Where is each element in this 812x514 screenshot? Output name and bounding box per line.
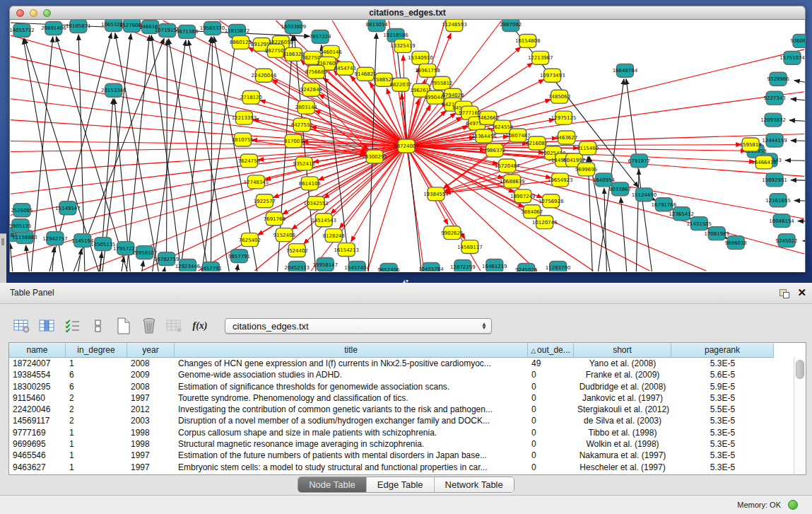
table-cell[interactable]: 1998 [127, 438, 175, 450]
graph-node[interactable]: 9115460 [577, 141, 599, 155]
table-cell[interactable]: 49 [528, 358, 574, 369]
graph-node[interactable]: 7691768 [264, 212, 286, 226]
table-cell[interactable]: 2009 [127, 369, 175, 380]
graph-node[interactable]: 15340910 [408, 51, 433, 64]
table-cell[interactable]: 0 [528, 392, 574, 404]
graph-node[interactable]: 21364456 [471, 129, 497, 143]
show-column-icon[interactable] [37, 316, 58, 336]
graph-node[interactable]: 16648784 [613, 64, 638, 77]
close-window-icon[interactable] [16, 9, 24, 17]
table-cell[interactable]: 0 [528, 462, 574, 473]
column-header-year[interactable]: year [127, 343, 175, 358]
close-panel-icon[interactable]: ✕ [797, 286, 806, 299]
table-cell[interactable]: 2 [66, 392, 127, 404]
collapsed-panel-handle[interactable] [0, 233, 6, 284]
table-cell[interactable]: 9463627 [9, 462, 66, 473]
zoom-window-icon[interactable] [43, 9, 51, 17]
table-cell[interactable]: 1997 [127, 392, 175, 404]
column-header-in_degree[interactable]: in_degree [66, 343, 127, 358]
graph-node[interactable]: 7857224 [310, 30, 332, 43]
float-panel-icon[interactable] [779, 289, 789, 298]
table-cell[interactable]: 5.3E-5 [671, 358, 774, 369]
graph-node[interactable]: 7625402 [239, 233, 261, 247]
table-cell[interactable]: Dudbridge et al. (2008) [574, 381, 671, 392]
graph-node[interactable]: 8427552 [291, 118, 313, 132]
tab-edge-table[interactable]: Edge Table [367, 477, 435, 492]
table-cell[interactable]: 1 [66, 427, 127, 438]
table-selector-dropdown[interactable]: citations_edges.txt ▲▼ [225, 318, 492, 334]
table-cell[interactable]: 18724007 [9, 358, 66, 369]
network-canvas[interactable]: 1872400714055712206914061818587110653287… [10, 20, 805, 271]
new-table-icon[interactable] [113, 316, 134, 336]
graph-node[interactable]: 8756685 [305, 65, 327, 78]
column-header-short[interactable]: short [574, 343, 671, 358]
table-cell[interactable]: Jankovic et al. (1997) [574, 392, 671, 404]
table-cell[interactable]: 9777169 [9, 427, 66, 438]
table-cell[interactable]: Structural magnetic resonance image aver… [175, 438, 528, 450]
table-cell[interactable]: Hescheler et al. (1997) [574, 462, 671, 473]
graph-node[interactable]: 9329966 [767, 72, 789, 86]
table-cell[interactable]: 0 [528, 438, 574, 450]
graph-node[interactable]: 1595814 [740, 138, 763, 151]
table-cell[interactable]: 9699695 [9, 438, 66, 450]
table-cell[interactable]: Disruption of a novel member of a sodium… [175, 415, 528, 426]
graph-node[interactable]: 12942757 [42, 232, 68, 245]
graph-node[interactable]: 12213967 [528, 51, 553, 64]
graph-node[interactable]: 11248593 [442, 20, 467, 31]
row-height-icon[interactable] [88, 316, 109, 336]
graph-node[interactable]: 12975125 [551, 111, 577, 124]
table-cell[interactable]: 0 [528, 404, 574, 415]
table-row[interactable]: 977716911998Corpus callosum shape and si… [9, 427, 794, 438]
graph-node[interactable]: 9352418 [293, 157, 315, 170]
tab-node-table[interactable]: Node Table [298, 477, 367, 492]
function-builder-icon[interactable]: f(x) [189, 316, 211, 336]
table-cell[interactable]: 9115460 [9, 392, 66, 404]
graph-node[interactable]: 18185871 [66, 20, 91, 33]
graph-node[interactable]: 9360672 [790, 34, 805, 47]
graph-node[interactable]: 2803144 [295, 100, 318, 114]
graph-node[interactable]: 8128248 [323, 229, 345, 243]
graph-node[interactable]: 14514543 [311, 214, 336, 227]
table-cell[interactable]: 5.5E-5 [671, 404, 774, 415]
graph-node[interactable]: 9245028 [515, 264, 537, 271]
column-header-pagerank[interactable]: pagerank [671, 343, 774, 358]
select-columns-icon[interactable]: ✔✔✔ [62, 316, 83, 336]
graph-node[interactable]: 1922577 [254, 194, 276, 208]
table-cell[interactable]: 5.3E-5 [671, 462, 774, 473]
graph-node[interactable]: 9902625 [441, 226, 463, 240]
graph-node[interactable]: 1810755 [232, 133, 254, 146]
graph-node[interactable]: 9152406 [273, 228, 295, 242]
table-cell[interactable]: 1997 [127, 450, 175, 461]
table-cell[interactable]: Nakamura et al. (1997) [574, 450, 671, 461]
table-cell[interactable]: 5.3E-5 [671, 415, 774, 426]
graph-node[interactable]: 10973493 [540, 69, 565, 82]
graph-node[interactable]: 11283790 [546, 262, 571, 271]
graph-node[interactable]: 19384554 [423, 187, 449, 201]
graph-node[interactable]: 6791977 [628, 154, 650, 168]
table-cell[interactable]: Investigating the contribution of common… [175, 404, 528, 415]
graph-node[interactable]: 5905135 [10, 219, 32, 233]
graph-node[interactable]: 9457791 [200, 262, 222, 271]
table-cell[interactable]: 2008 [127, 358, 175, 369]
graph-node[interactable]: 20452313 [285, 262, 310, 271]
graph-node[interactable]: 15958147 [312, 258, 338, 271]
table-cell[interactable]: 2 [66, 404, 127, 415]
table-cell[interactable]: 18300295 [9, 381, 66, 392]
graph-node[interactable]: 16961758 [415, 64, 440, 77]
graph-node[interactable]: 2718120 [240, 90, 262, 104]
table-row[interactable]: 1938455462009Genome-wide association stu… [9, 369, 794, 380]
table-cell[interactable]: Wolkin et al. (1998) [574, 438, 671, 450]
graph-node[interactable]: 2887082 [500, 20, 522, 31]
graph-node[interactable]: 8813054 [366, 20, 389, 31]
graph-node[interactable]: 7485063 [548, 90, 570, 103]
table-row[interactable]: 1456911722003Disruption of a novel membe… [9, 415, 794, 426]
graph-node[interactable]: 19654923 [548, 173, 573, 187]
table-cell[interactable]: 1 [66, 438, 127, 450]
graph-node[interactable]: 9699695 [575, 163, 597, 176]
graph-node[interactable]: 14569117 [457, 240, 483, 254]
table-cell[interactable]: Embryonic stem cells: a model to study s… [175, 462, 528, 473]
graph-node[interactable]: 10342551 [303, 197, 329, 210]
table-cell[interactable]: Corpus callosum shape and size in male p… [175, 427, 528, 438]
graph-node[interactable]: 9652406 [378, 264, 400, 271]
column-header-title[interactable]: title [175, 343, 528, 358]
